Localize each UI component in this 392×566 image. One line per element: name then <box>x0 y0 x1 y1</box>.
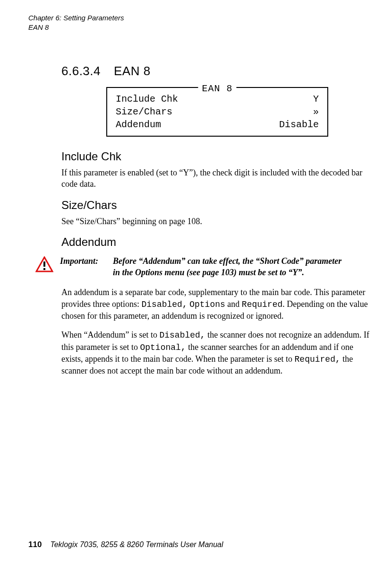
include-chk-text: If this parameter is enabled (set to “Y”… <box>61 167 373 190</box>
code-text: Options <box>189 300 225 309</box>
warning-icon <box>35 256 53 274</box>
code-text: Required, <box>295 355 341 364</box>
header-subject: EAN 8 <box>28 23 124 32</box>
ean8-parameter-box: EAN 8 Include Chk Y Size/Chars » Addendu… <box>106 87 328 137</box>
section-title: EAN 8 <box>114 64 151 78</box>
page-footer: 110Teklogix 7035, 8255 & 8260 Terminals … <box>28 540 223 549</box>
param-label: Addendum <box>116 118 161 131</box>
manual-title: Teklogix 7035, 8255 & 8260 Terminals Use… <box>50 540 223 549</box>
addendum-heading: Addendum <box>61 235 373 249</box>
text: and <box>225 299 242 309</box>
ean8-row-size-chars: Size/Chars » <box>116 105 319 118</box>
section-number: 6.6.3.4 <box>61 64 101 78</box>
param-value: » <box>313 105 319 118</box>
header-chapter: Chapter 6: Setting Parameters <box>28 13 124 23</box>
code-text: Disabled, <box>159 331 205 340</box>
code-text: Required <box>242 300 282 309</box>
important-text: Important:Before “Addendum” can take eff… <box>60 255 341 279</box>
important-label: Important: <box>60 255 113 267</box>
ean8-row-addendum: Addendum Disable <box>116 118 319 131</box>
svg-rect-1 <box>43 261 45 267</box>
page: Chapter 6: Setting Parameters EAN 8 6.6.… <box>0 0 392 566</box>
ean8-box-legend: EAN 8 <box>198 82 236 95</box>
size-chars-heading: Size/Chars <box>61 199 373 212</box>
addendum-paragraph-1: An addendum is a separate bar code, supp… <box>61 287 373 322</box>
param-value: Disable <box>279 118 319 131</box>
code-text: Disabled, <box>141 300 187 309</box>
section-heading: 6.6.3.4EAN 8 <box>61 64 373 78</box>
important-line1: Before “Addendum” can take effect, the “… <box>113 256 341 266</box>
include-chk-heading: Include Chk <box>61 150 373 163</box>
param-label: Include Chk <box>116 93 178 105</box>
size-chars-text: See “Size/Chars” beginning on page 108. <box>61 216 373 227</box>
important-line2: in the Options menu (see page 103) must … <box>113 267 341 278</box>
code-text: Optional, <box>140 343 186 352</box>
param-label: Size/Chars <box>116 105 172 118</box>
svg-rect-2 <box>43 268 45 270</box>
running-header: Chapter 6: Setting Parameters EAN 8 <box>28 13 124 32</box>
page-number: 110 <box>28 540 42 549</box>
param-value: Y <box>313 93 319 105</box>
important-note: Important:Before “Addendum” can take eff… <box>35 255 373 279</box>
addendum-paragraph-2: When “Addendum” is set to Disabled, the … <box>61 329 373 376</box>
text: When “Addendum” is set to <box>61 330 159 340</box>
content-area: 6.6.3.4EAN 8 EAN 8 Include Chk Y Size/Ch… <box>61 64 373 384</box>
